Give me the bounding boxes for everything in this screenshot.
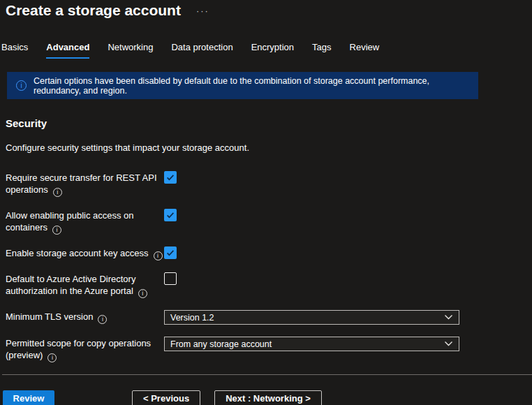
next-networking-button[interactable]: Next : Networking > [214,390,322,405]
copy-scope-dropdown[interactable]: From any storage account [164,337,459,351]
dropdown-value: Version 1.2 [170,313,214,323]
info-banner-text: Certain options have been disabled by de… [34,76,469,96]
checkmark-icon [165,210,175,220]
info-icon[interactable] [47,353,57,362]
field-row-tls-version: Minimum TLS version Version 1.2 [6,310,532,325]
tab-review[interactable]: Review [350,42,380,59]
review-button[interactable]: Review [3,390,54,405]
chevron-down-icon [444,314,453,321]
field-label: Allow enabling public access on containe… [6,209,164,235]
secure-transfer-checkbox[interactable] [164,171,177,184]
tab-advanced[interactable]: Advanced [46,42,89,59]
info-banner: Certain options have been disabled by de… [7,72,478,99]
field-label: Minimum TLS version [6,310,164,324]
field-label: Enable storage account key access [6,246,164,260]
page-title: Create a storage account [6,2,181,19]
field-row-key-access: Enable storage account key access [6,246,532,260]
info-icon[interactable] [154,251,163,260]
footer-divider [2,374,532,375]
tls-version-dropdown[interactable]: Version 1.2 [164,310,459,325]
security-form: Require secure transfer for REST API ope… [6,171,532,362]
tab-networking[interactable]: Networking [108,42,153,59]
tab-data-protection[interactable]: Data protection [171,42,232,59]
info-icon [16,80,27,91]
checkmark-icon [165,172,175,182]
field-row-secure-transfer: Require secure transfer for REST API ope… [6,171,532,197]
public-access-checkbox[interactable] [164,209,177,221]
key-access-checkbox[interactable] [164,246,177,259]
info-icon[interactable] [98,315,107,324]
checkmark-icon [165,248,175,258]
field-row-copy-scope: Permitted scope for copy operations (pre… [6,337,532,362]
more-actions-icon[interactable]: ··· [196,6,209,15]
tab-tags[interactable]: Tags [312,42,331,59]
field-row-aad-authorization: Default to Azure Active Directory author… [6,272,532,298]
wizard-footer: Review < Previous Next : Networking > [0,390,532,405]
info-icon[interactable] [53,188,62,197]
tab-encryption[interactable]: Encryption [251,42,294,59]
info-icon[interactable] [52,226,61,235]
field-label: Default to Azure Active Directory author… [6,272,164,298]
page-header: Create a storage account ··· [0,0,532,19]
section-description: Configure security settings that impact … [6,142,532,153]
tab-basics[interactable]: Basics [1,42,28,59]
aad-authorization-checkbox[interactable] [164,272,177,285]
info-icon[interactable] [138,289,147,298]
field-label: Require secure transfer for REST API ope… [6,171,164,197]
dropdown-value: From any storage account [170,339,272,349]
previous-button[interactable]: < Previous [132,390,200,405]
field-row-public-access: Allow enabling public access on containe… [6,209,532,235]
field-label: Permitted scope for copy operations (pre… [6,337,164,362]
wizard-tabs: Basics Advanced Networking Data protecti… [1,42,532,59]
section-heading-security: Security [6,117,532,129]
chevron-down-icon [444,341,453,347]
